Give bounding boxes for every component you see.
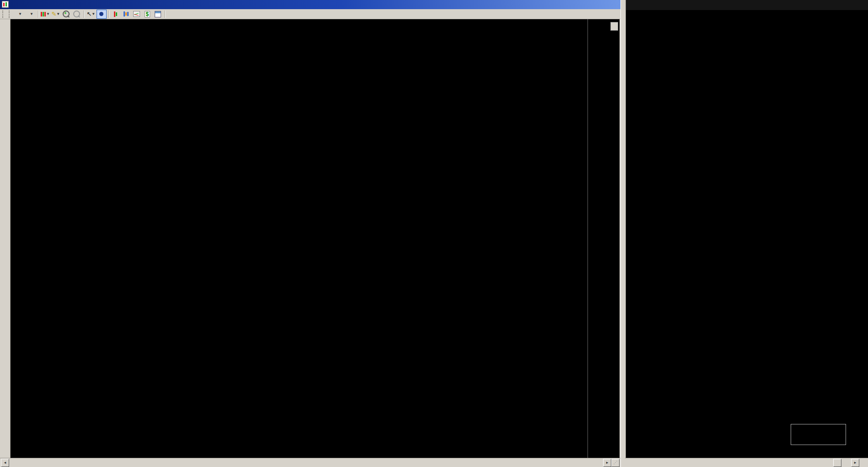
cursor-icon: ↖ <box>86 11 92 17</box>
app-icon <box>2 1 9 8</box>
pencil-icon: ✎ <box>51 11 56 17</box>
drawing-tools-sidebar <box>0 19 11 458</box>
scroll-right-button[interactable]: ▸ <box>603 459 611 467</box>
scroll-right-button[interactable]: ▸ <box>851 459 859 467</box>
toolbar-separator <box>84 11 84 18</box>
toolbar-separator <box>108 11 109 18</box>
zoom-out-icon <box>73 11 80 17</box>
table-icon <box>155 11 161 17</box>
price-axis-divider <box>588 19 588 458</box>
cursor-tool-button[interactable]: ↖ ▼ <box>86 10 96 19</box>
main-price-chart[interactable] <box>10 19 588 458</box>
chevron-down-icon: ▼ <box>30 12 33 16</box>
profile-bottom-scrollbar[interactable]: ▸ <box>625 458 868 467</box>
chart-window-button[interactable] <box>132 10 142 19</box>
chevron-down-icon: ▼ <box>92 12 95 16</box>
main-bottom-scrollbar[interactable]: ◂ ▸ ⋰ <box>0 458 620 467</box>
order-entry-button[interactable] <box>111 10 121 19</box>
data-box-icon <box>99 12 103 16</box>
market-analyzer-button[interactable] <box>121 10 131 19</box>
blue-bar-icon <box>124 11 125 16</box>
profile-window-titlebar[interactable] <box>625 0 868 10</box>
chart-style-button[interactable]: ▼ <box>40 10 50 19</box>
zoom-in-icon: + <box>63 11 70 17</box>
main-toolbar: ▼ ▼ ▼ ✎ ▼ + ↖ ▼ <box>0 9 620 19</box>
dollar-icon: $ <box>145 11 151 17</box>
scroll-left-button[interactable]: ◂ <box>1 459 9 467</box>
candlestick-icon <box>43 12 44 16</box>
chevron-down-icon: ▼ <box>56 12 60 16</box>
toolbar-separator <box>38 11 38 18</box>
account-button[interactable]: $ <box>142 10 152 19</box>
drawing-tools-button[interactable]: ✎ ▼ <box>51 10 61 19</box>
toolbar-grip[interactable] <box>2 11 5 18</box>
red-bar-icon <box>114 11 115 17</box>
main-window-titlebar[interactable] <box>0 0 620 9</box>
interval-dropdown[interactable]: ▼ <box>25 11 36 17</box>
instrument-dropdown[interactable]: ▼ <box>14 11 25 17</box>
chart-trader-tab[interactable] <box>610 22 618 31</box>
toolbar-separator <box>165 11 165 18</box>
candlestick-icon <box>44 12 46 16</box>
blue-bar-icon <box>127 12 129 16</box>
market-profile-chart[interactable] <box>625 10 868 458</box>
resize-grip[interactable]: ⋰ <box>611 459 620 467</box>
scroll-thumb[interactable] <box>833 459 841 467</box>
candlestick-icon <box>41 12 42 16</box>
mini-chart-icon <box>133 11 140 17</box>
ninjatrader-workspace: ▼ ▼ ▼ ✎ ▼ + ↖ ▼ <box>0 0 868 467</box>
toolbar-grip[interactable] <box>9 11 12 18</box>
zoom-in-button[interactable]: + <box>61 10 71 19</box>
grid-window-button[interactable] <box>153 10 163 19</box>
data-box-button[interactable] <box>97 10 107 19</box>
chevron-down-icon: ▼ <box>18 12 22 16</box>
chevron-down-icon: ▼ <box>46 12 50 16</box>
zoom-out-button[interactable] <box>72 10 82 19</box>
green-bar-icon <box>116 12 117 16</box>
orange-bar-icon <box>125 12 127 16</box>
